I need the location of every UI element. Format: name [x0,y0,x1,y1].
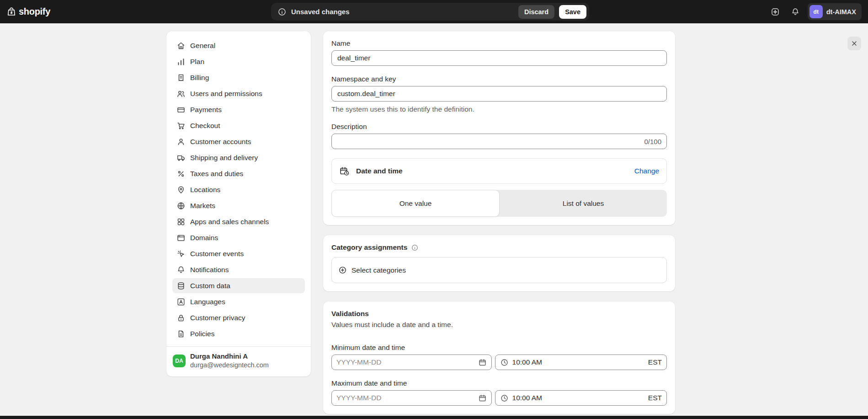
timezone-label: EST [648,394,662,402]
browser-icon [176,233,186,242]
max-time-field: EST [495,390,667,406]
save-button[interactable]: Save [559,5,586,19]
calendar-icon[interactable] [478,358,487,367]
max-date-field [331,390,492,406]
percent-icon [176,169,186,178]
unsaved-changes-text: Unsaved changes [291,8,350,16]
translate-icon [176,297,186,306]
payments-icon [176,105,186,114]
sidebar-item-label: Customer accounts [190,138,251,146]
category-assignments-title: Category assignments [331,243,407,252]
sidebar-item-domains[interactable]: Domains [172,230,305,245]
brand-wordmark: shopify [19,6,50,17]
sidebar-item-label: Locations [190,186,220,194]
definition-card: Name Namespace and key The system uses t… [323,31,675,225]
maximum-date-time-row: EST [331,390,667,406]
sidebar-item-custom-data[interactable]: Custom data [172,278,305,293]
namespace-input[interactable] [331,86,667,102]
sidebar-item-general[interactable]: General [172,38,305,53]
user-email: durga@wedesigntech.com [190,361,269,369]
calendar-icon[interactable] [478,394,487,403]
sidebar-item-billing[interactable]: Billing [172,70,305,85]
namespace-help-text: The system uses this to identify the def… [331,105,667,113]
sidebar-item-plan[interactable]: Plan [172,54,305,69]
sidebar-item-checkout[interactable]: Checkout [172,118,305,133]
validations-card: Validations Values must include a date a… [323,301,675,414]
users-icon [176,89,186,98]
database-icon [176,281,186,290]
sidebar-item-label: Checkout [190,122,220,130]
select-categories-button[interactable]: Select categories [331,257,667,283]
sidebar-item-label: General [190,42,215,50]
store-icon [176,41,186,50]
max-date-input[interactable] [336,394,474,402]
pin-icon [176,185,186,194]
sidebar-item-users-and-permissions[interactable]: Users and permissions [172,86,305,101]
sidekick-icon [771,7,780,16]
sidebar-item-label: Users and permissions [190,90,262,98]
truck-icon [176,153,186,162]
store-name: dt-AIMAX [826,8,856,16]
close-icon [851,40,858,47]
plan-icon [176,57,186,66]
sidekick-button[interactable] [767,4,783,20]
sidebar-item-label: Notifications [190,266,229,274]
shopify-bag-icon [6,7,16,17]
min-time-input[interactable] [512,358,644,366]
sidebar-item-label: Taxes and duties [190,170,243,178]
cart-icon [176,121,186,130]
topbar: shopify Unsaved changes Discard Save dt … [0,0,868,23]
sidebar-item-shipping-and-delivery[interactable]: Shipping and delivery [172,150,305,165]
sidebar-item-label: Apps and sales channels [190,218,269,226]
sidebar-item-taxes-and-duties[interactable]: Taxes and duties [172,166,305,181]
min-date-field [331,355,492,370]
sidebar-item-notifications[interactable]: Notifications [172,262,305,277]
category-assignments-card: Category assignments Select categories [323,235,675,291]
sidebar-item-languages[interactable]: Languages [172,294,305,309]
name-input[interactable] [331,50,667,66]
sidebar-item-markets[interactable]: Markets [172,198,305,213]
content-type-label: Date and time [356,167,403,175]
list-of-values-tab[interactable]: List of values [500,190,667,217]
store-menu[interactable]: dt dt-AIMAX [808,3,862,20]
settings-nav: General Plan Billing Users and permissio… [166,31,311,342]
name-label: Name [331,39,667,48]
validations-subtitle: Values must include a date and a time. [331,321,667,329]
settings-sidebar: General Plan Billing Users and permissio… [166,31,311,376]
lock-icon [176,313,186,322]
sidebar-item-label: Domains [190,234,218,242]
notifications-button[interactable] [788,4,803,20]
sidebar-item-label: Customer events [190,250,244,258]
info-icon[interactable] [411,244,419,252]
one-value-tab[interactable]: One value [331,190,500,217]
sidebar-item-policies[interactable]: Policies [172,326,305,341]
description-input[interactable] [331,134,667,149]
validations-title: Validations [331,310,369,317]
min-date-input[interactable] [336,358,474,366]
character-counter: 0/100 [644,138,661,145]
bell-icon [791,7,800,16]
person-icon [176,137,186,146]
max-time-input[interactable] [512,394,644,402]
sidebar-item-customer-accounts[interactable]: Customer accounts [172,134,305,149]
sidebar-item-apps-and-sales-channels[interactable]: Apps and sales channels [172,214,305,229]
sidebar-item-customer-privacy[interactable]: Customer privacy [172,310,305,325]
unsaved-changes-bar: Unsaved changes Discard Save [271,3,589,21]
discard-button[interactable]: Discard [518,5,554,19]
sidebar-item-customer-events[interactable]: Customer events [172,246,305,261]
sidebar-item-locations[interactable]: Locations [172,182,305,197]
sidebar-item-label: Customer privacy [190,314,245,322]
cardinality-segmented-control: One value List of values [331,190,667,217]
timezone-label: EST [648,358,662,366]
change-type-link[interactable]: Change [634,167,659,175]
close-button[interactable] [847,37,861,50]
namespace-label: Namespace and key [331,75,667,83]
topbar-actions: dt dt-AIMAX [767,3,862,20]
sidebar-item-payments[interactable]: Payments [172,102,305,117]
user-avatar: DA [173,355,186,367]
sidebar-item-label: Policies [190,330,214,338]
date-time-icon [339,166,350,177]
sidebar-user[interactable]: DA Durga Nandhini A durga@wedesigntech.c… [166,346,311,376]
sidebar-item-label: Shipping and delivery [190,154,258,162]
sidebar-item-label: Billing [190,74,209,82]
